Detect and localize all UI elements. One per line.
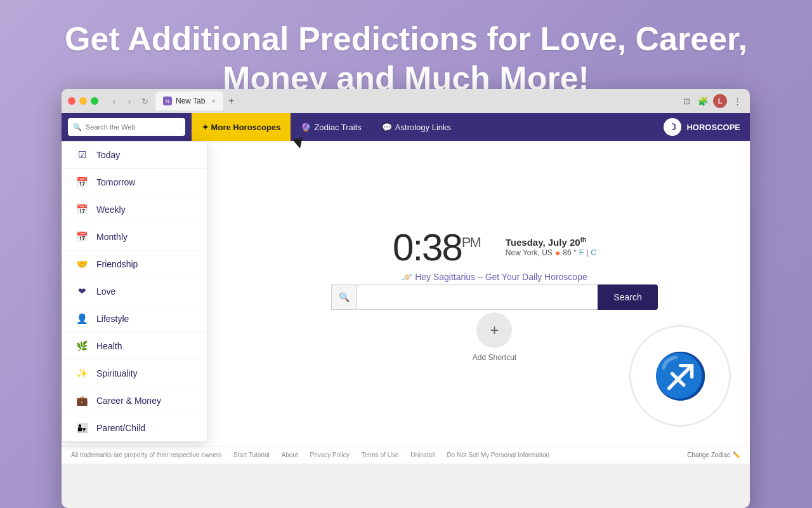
dropdown-item-love[interactable]: ❤ Love [62,278,207,305]
weekly-icon: 📅 [75,203,89,217]
nav-links: ✦ More Horoscopes 🔮 Zodiac Traits 💬 Astr… [192,113,664,141]
more-horoscopes-label: ✦ More Horoscopes [202,123,280,132]
back-button[interactable]: ‹ [108,95,120,107]
zodiac-symbol: ♐ [653,350,708,402]
dropdown-item-monthly[interactable]: 📅 Monthly [62,224,207,251]
monthly-icon: 📅 [75,230,89,244]
change-zodiac-label: Change Zodiac [687,451,730,458]
search-button[interactable]: Search [598,284,657,310]
main-search-input[interactable] [357,284,598,310]
tab-bar: N New Tab × + [155,89,675,113]
footer-start-tutorial[interactable]: Start Tutorial [233,451,270,458]
date-sup: th [580,236,586,243]
astrology-links-label: Astrology Links [395,123,451,132]
dropdown-item-friendship[interactable]: 🤝 Friendship [62,251,207,278]
nav-search-bar[interactable]: 🔍 [68,118,185,136]
traffic-lights [68,97,98,105]
extensions-icon[interactable]: 🧩 [697,95,709,107]
tab-close-button[interactable]: × [211,97,215,105]
dropdown-item-parent-child[interactable]: 👨‍👧 Parent/Child [62,415,207,441]
change-zodiac-button[interactable]: Change Zodiac ✏️ [687,451,740,458]
health-label: Health [96,341,122,351]
time-date-section: 0:38PM Tuesday, July 20th New York, US ●… [331,225,657,362]
zodiac-traits-icon: 🔮 [301,123,311,132]
more-horoscopes-nav-item[interactable]: ✦ More Horoscopes [192,113,291,141]
lifestyle-label: Lifestyle [96,314,129,324]
menu-icon[interactable]: ⋮ [731,95,743,107]
astrology-links-nav-item[interactable]: 💬 Astrology Links [372,113,461,141]
zodiac-traits-nav-item[interactable]: 🔮 Zodiac Traits [291,113,371,141]
dropdown-item-career-money[interactable]: 💼 Career & Money [62,387,207,415]
footer-about[interactable]: About [282,451,298,458]
dropdown-item-today[interactable]: ☑ Today [62,142,207,169]
friendship-icon: 🤝 [75,257,89,271]
browser-actions: ⊡ 🧩 L ⋮ [680,94,743,108]
browser-nav: ‹ › ↻ [108,95,150,107]
dropdown-item-lifestyle[interactable]: 👤 Lifestyle [62,305,207,333]
search-area: 🔍 Search [331,284,657,310]
footer-privacy-policy[interactable]: Privacy Policy [310,451,350,458]
career-money-label: Career & Money [96,396,161,406]
footer-do-not-sell[interactable]: Do Not Sell My Personal Information [447,451,549,458]
footer-copyright: All trademarks are property of their res… [71,451,221,458]
user-avatar[interactable]: L [713,94,727,108]
footer-terms-of-use[interactable]: Terms of Use [362,451,399,458]
add-shortcut[interactable]: + Add Shortcut [473,312,516,362]
refresh-button[interactable]: ↻ [139,95,150,107]
weekly-label: Weekly [96,204,126,215]
weather-line: New York, US ● 86 ° F | C [506,248,596,258]
friendship-label: Friendship [96,259,138,269]
date-value: Tuesday, July 20 [506,237,580,248]
horoscope-logo-icon: ☽ [664,118,681,136]
zodiac-symbol-container: ♐ [629,325,731,427]
fahrenheit-link[interactable]: F [579,248,584,257]
date-weather: Tuesday, July 20th New York, US ● 86 ° F… [506,236,596,258]
new-tab-button[interactable]: + [223,95,239,107]
add-shortcut-label: Add Shortcut [473,353,516,362]
tab-favicon: N [163,97,172,105]
tomorrow-icon: 📅 [75,175,89,189]
page-navbar: 🔍 ✦ More Horoscopes 🔮 Zodiac Traits 💬 As… [62,113,750,141]
cast-icon[interactable]: ⊡ [680,95,693,107]
date-display: Tuesday, July 20th [506,236,586,248]
am-pm: PM [462,234,480,250]
footer-uninstall[interactable]: Uninstall [410,451,435,458]
horoscopes-dropdown: ☑ Today 📅 Tomorrow 📅 Weekly 📅 Monthly 🤝 … [62,141,207,442]
dropdown-item-spirituality[interactable]: ✨ Spirituality [62,360,207,387]
celsius-link[interactable]: C [591,248,596,257]
horoscope-brand-label: HOROSCOPE [686,123,740,132]
horoscope-promo-link[interactable]: 🪐 Hey Sagittarius – Get Your Daily Horos… [402,272,587,282]
nav-search-input[interactable] [86,123,180,131]
health-icon: 🌿 [75,339,89,353]
temp-separator: | [586,248,588,257]
forward-button[interactable]: › [124,95,135,107]
love-icon: ❤ [75,284,89,298]
love-label: Love [96,286,115,297]
location-text: New York, US [506,248,553,257]
parent-child-label: Parent/Child [96,423,145,433]
parent-child-icon: 👨‍👧 [75,421,89,435]
monthly-label: Monthly [96,232,128,242]
close-window-button[interactable] [68,97,75,105]
zodiac-circle: ♐ [629,325,731,427]
time-weather-row: 0:38PM Tuesday, July 20th New York, US ●… [393,225,596,269]
tomorrow-label: Tomorrow [96,177,135,187]
spirituality-label: Spirituality [96,368,138,378]
minimize-window-button[interactable] [79,97,87,105]
tab-label: New Tab [176,97,205,105]
dropdown-item-tomorrow[interactable]: 📅 Tomorrow [62,169,207,196]
active-tab[interactable]: N New Tab × [155,91,223,110]
dropdown-item-weekly[interactable]: 📅 Weekly [62,196,207,224]
page-content: 🔍 ✦ More Horoscopes 🔮 Zodiac Traits 💬 As… [62,113,750,464]
zodiac-traits-label: Zodiac Traits [314,123,361,132]
maximize-window-button[interactable] [91,97,98,105]
astrology-links-icon: 💬 [382,123,392,132]
weather-icon: ● [555,248,560,258]
lifestyle-icon: 👤 [75,312,89,326]
edit-icon: ✏️ [733,451,740,458]
horoscope-promo[interactable]: 🪐 Hey Sagittarius – Get Your Daily Horos… [402,272,587,282]
page-footer: All trademarks are property of their res… [62,446,750,464]
dropdown-item-health[interactable]: 🌿 Health [62,333,207,360]
search-magnifier-icon: 🔍 [331,284,357,310]
temperature: 86 ° [563,248,576,257]
